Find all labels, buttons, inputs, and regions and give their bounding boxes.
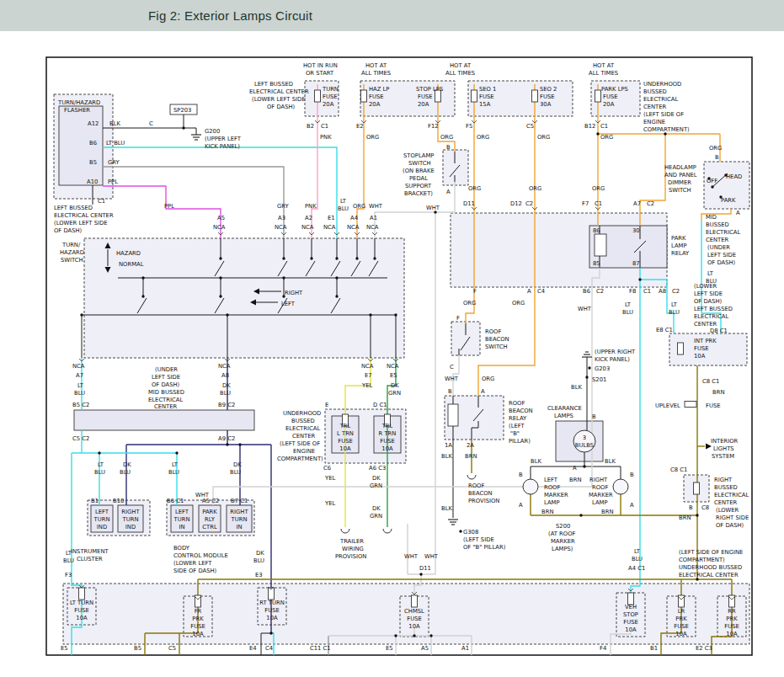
diagram-label: RELAY xyxy=(671,250,690,257)
diagram-label: COMPARTMENT) xyxy=(277,456,323,462)
diagram-label: D8 C1 xyxy=(710,328,728,334)
lamp-circle xyxy=(613,479,628,494)
diagram-label: ELECTRICAL xyxy=(706,229,740,236)
diagram-label: ALL TIMES xyxy=(589,70,618,77)
diagram-label: SWITCH xyxy=(669,187,691,194)
diagram-label: PARK xyxy=(721,197,736,204)
diagram-label: BLK xyxy=(441,453,452,460)
diagram-label: (LOWER xyxy=(694,283,717,290)
diagram-label: NCA xyxy=(72,363,85,370)
diagram-label: WHT xyxy=(424,553,439,560)
fuse-symbol xyxy=(361,90,367,102)
diagram-label: LT xyxy=(634,548,641,555)
diagram-label: CENTER xyxy=(292,433,316,440)
diagram-label: R TRN xyxy=(379,430,397,437)
diagram-label: DK xyxy=(256,550,264,557)
diagram-label: E xyxy=(325,402,328,408)
diagram-label: SWITCH xyxy=(408,160,431,167)
diagram-label: 87 xyxy=(632,260,640,267)
diagram-label: E4 xyxy=(249,645,257,652)
diagram-label: FUSE xyxy=(479,93,494,100)
diagram-label: BLU xyxy=(253,557,264,564)
diagram-label: (UNDER xyxy=(155,366,178,373)
junction-dot xyxy=(282,257,285,259)
diagram-label: BLK xyxy=(109,120,120,127)
diagram-label: COMPARTMENT) xyxy=(679,557,725,563)
diagram-label: WHT xyxy=(426,205,440,211)
diagram-label: 10A xyxy=(381,445,393,452)
diagram-label: HOT AT xyxy=(365,62,387,69)
diagram-label: E3 xyxy=(255,572,263,578)
diagram-label: LR xyxy=(678,608,685,615)
diagram-label: 10A xyxy=(675,631,687,637)
diagram-label: INTERIOR xyxy=(711,438,739,445)
diagram-label: LT TURN xyxy=(70,600,93,606)
diagram-label: L TRN xyxy=(337,430,354,437)
diagram-label: B1 xyxy=(650,645,658,652)
diagram-label: B6 xyxy=(89,140,97,147)
diagram-label: FUSE xyxy=(264,607,280,614)
junction-dot xyxy=(711,185,713,188)
diagram-label: B xyxy=(448,388,452,395)
diagram-label: MARKER xyxy=(551,538,575,545)
diagram-label: (LEFT SIDE OF ENGINE xyxy=(679,549,743,556)
diagram-label: PRK xyxy=(675,616,687,622)
diagram-label: SUPPORT xyxy=(405,183,432,189)
diagram-label: BLU xyxy=(220,390,231,397)
component-box xyxy=(74,410,254,430)
diagram-label: A7 xyxy=(76,372,83,379)
diagram-label: 10A xyxy=(408,623,420,630)
diagram-label: BRN xyxy=(601,509,613,515)
diagram-label: A5 C2 xyxy=(202,498,219,504)
diagram-label: TURN xyxy=(322,86,339,93)
diagram-label: ELECTRICAL xyxy=(643,96,678,103)
diagram-label: (UPPER RIGHT xyxy=(595,349,636,355)
diagram-label: NCA xyxy=(347,224,360,231)
diagram-label: FUSE xyxy=(74,607,89,614)
junction-dot xyxy=(413,634,415,637)
diagram-label: BUSSED xyxy=(291,418,315,424)
diagram-label: F xyxy=(456,315,460,322)
diagram-label: PROVISION xyxy=(335,553,366,560)
diagram-label: C5 xyxy=(168,645,176,652)
fuse-symbol xyxy=(694,482,700,494)
diagram-label: SEO 1 xyxy=(479,86,496,93)
diagram-label: 15A xyxy=(479,101,491,108)
diagram-label: G203 xyxy=(595,365,610,372)
diagram-label: NCA xyxy=(387,363,399,370)
diagram-label: LT xyxy=(98,461,104,468)
diagram-label: A xyxy=(527,288,531,295)
diagram-label: C2 xyxy=(525,200,533,207)
junction-dot xyxy=(585,376,588,378)
diagram-label: 10A xyxy=(339,445,351,452)
diagram-label: A12 xyxy=(88,120,99,127)
diagram-label: CENTER xyxy=(694,321,717,328)
diagram-label: (ON BRAKE xyxy=(403,168,435,174)
diagram-label: MID BUSSED xyxy=(148,389,184,396)
diagram-label: A2 xyxy=(305,215,312,221)
diagram-label: MARKER xyxy=(589,492,613,498)
junction-dot xyxy=(226,443,228,445)
diagram-label: F xyxy=(473,288,477,295)
diagram-label: B9 C2 xyxy=(218,402,235,408)
diagram-label: ORG xyxy=(529,185,541,192)
diagram-label: (LEFT SIDE OF xyxy=(643,111,684,118)
diagram-label: F7 xyxy=(582,200,589,207)
diagram-label: C2 xyxy=(672,288,680,295)
diagram-label: SWITCH xyxy=(485,344,508,350)
diagram-label: BRN xyxy=(679,514,691,521)
diagram-label: GRY xyxy=(108,159,120,166)
wire-gry xyxy=(103,167,284,238)
diagram-label: FR xyxy=(195,608,202,615)
diagram-label: E5 xyxy=(61,645,68,652)
diagram-label: NCA xyxy=(366,224,379,231)
diagram-label: BLK xyxy=(571,384,582,391)
diagram-label: IN xyxy=(236,524,242,530)
diagram-label: (UPPER LEFT xyxy=(205,136,242,142)
diagram-label: FUSE xyxy=(603,93,618,100)
diagram-label: TURN xyxy=(231,516,248,523)
diagram-label: FUSE xyxy=(323,93,338,100)
diagram-label: INT PRK xyxy=(694,338,717,344)
diagram-label: E5 xyxy=(386,645,393,652)
diagram-label: G308 xyxy=(463,529,478,536)
